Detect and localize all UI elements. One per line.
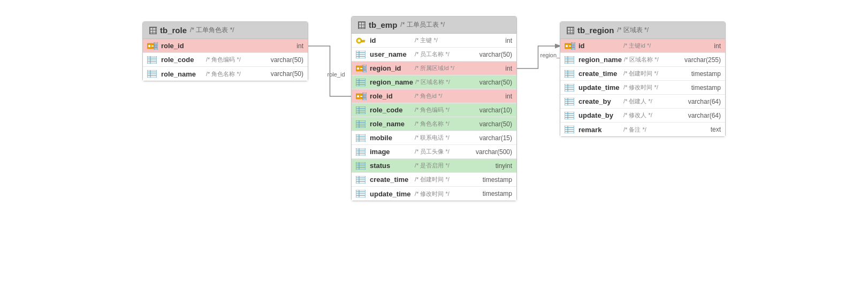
field-comment: /* 角色名称 */ [206,70,264,78]
field-type: varchar(50) [475,120,512,128]
field-icon [147,56,159,64]
field-comment: /* 创建人 */ [623,97,682,105]
field-comment: /* 所属区域Id */ [415,64,499,72]
field-name: create_by [578,97,621,105]
field-name: region_name [578,56,622,64]
table-header-tb-role: tb_role /* 工单角色表 */ [143,22,308,39]
field-comment: /* 角色id */ [415,92,499,100]
field-icon [147,70,159,78]
table-row: remark /* 备注 */ text [560,123,725,136]
col-icon [565,112,574,119]
field-type: varchar(50) [475,79,512,86]
field-icon [356,37,368,44]
field-name: id [578,42,621,50]
field-icon [565,42,576,50]
field-name: region_id [370,64,413,72]
field-icon [356,93,368,100]
field-comment: /* 创建时间 */ [623,70,685,78]
field-name: image [370,148,413,156]
field-type: timestamp [687,84,721,91]
col-icon [356,106,366,114]
field-icon [356,79,368,86]
field-type: timestamp [478,190,512,197]
field-name: status [370,162,413,170]
field-icon [356,190,368,197]
col-icon [356,120,366,128]
field-name: create_time [578,70,621,78]
field-name: update_by [578,111,621,119]
field-icon [565,70,576,78]
table-tb-region: tb_region /* 区域表 */ id / [560,21,726,137]
table-row: create_time /* 创建时间 */ timestamp [560,67,725,81]
col-icon [565,126,574,133]
table-tb-role: tb_role /* 工单角色表 */ role_id [142,21,308,81]
field-icon [147,42,159,50]
table-row: status /* 是否启用 */ tinyint [352,159,516,173]
table-comment-tb-region: /* 区域表 */ [617,26,649,35]
col-icon [147,70,157,78]
col-icon [565,56,574,64]
field-comment: /* 创建时间 */ [415,175,476,184]
table-comment-tb-emp: /* 工单员工表 */ [400,20,445,29]
field-type: varchar(64) [684,98,721,105]
field-type: int [501,65,512,72]
field-icon [565,98,576,105]
svg-point-93 [566,44,568,47]
field-type: int [501,37,512,44]
table-header-tb-emp: tb_emp /* 工单员工表 */ [352,17,516,34]
col-icon [356,176,366,184]
field-comment: /* 联系电话 */ [415,134,473,142]
table-row: create_time /* 创建时间 */ timestamp [352,173,516,187]
table-row: role_name /* 角色名称 */ varchar(50) [352,117,516,131]
diagram-container: role_idregion_id:id tb_role /* 工单角色表 */ [0,0,868,290]
table-row: update_time /* 修改时间 */ timestamp [352,187,516,201]
field-icon [356,51,368,58]
field-comment: /* 角色名称 */ [415,120,473,128]
table-row: id /* 主键 */ int [352,34,516,48]
table-grid-icon [149,27,157,34]
field-name: role_id [370,92,413,100]
field-comment: /* 区域名称 */ [624,56,678,64]
svg-point-48 [357,95,360,97]
table-row: region_name /* 区域名称 */ varchar(50) [352,75,516,89]
field-icon [356,148,368,156]
table-row: role_id int [143,39,308,53]
field-icon [356,162,368,170]
svg-point-3 [148,44,151,47]
svg-text:role_id: role_id [328,71,345,78]
field-comment: /* 主键id */ [623,42,707,50]
field-comment: /* 是否启用 */ [415,162,489,170]
field-type: tinyint [491,162,512,170]
pk-fk-icon [147,42,158,50]
field-comment: /* 修改人 */ [623,111,682,119]
svg-rect-94 [569,45,571,47]
field-type: timestamp [687,70,721,78]
field-type: varchar(500) [471,148,512,156]
field-icon [565,84,576,91]
field-icon [565,56,576,64]
table-header-tb-region: tb_region /* 区域表 */ [560,22,725,39]
col-icon [565,70,574,78]
field-icon [356,120,368,128]
svg-rect-4 [151,45,154,47]
col-icon [147,56,157,64]
table-row: mobile /* 联系电话 */ varchar(15) [352,131,516,145]
field-comment: /* 员工头像 */ [415,148,469,156]
field-name: id [370,36,413,44]
table-comment-tb-role: /* 工单角色表 */ [190,26,234,35]
table-name-tb-region: tb_region [577,26,614,35]
field-comment: /* 员工名称 */ [415,50,473,58]
field-name: role_id [161,42,204,50]
table-row: user_name /* 员工名称 */ varchar(50) [352,48,516,62]
col-icon [565,84,574,91]
table-row: role_code /* 角色编码 */ varchar(50) [143,53,308,67]
svg-rect-25 [363,41,364,42]
table-row: update_by /* 修改人 */ varchar(64) [560,109,725,123]
field-comment: /* 角色编码 */ [206,56,264,64]
field-comment: /* 修改时间 */ [415,190,476,198]
field-comment: /* 备注 */ [623,126,704,134]
field-icon [356,134,368,142]
field-icon [356,176,368,184]
field-name: remark [578,126,621,134]
col-icon [356,148,366,156]
